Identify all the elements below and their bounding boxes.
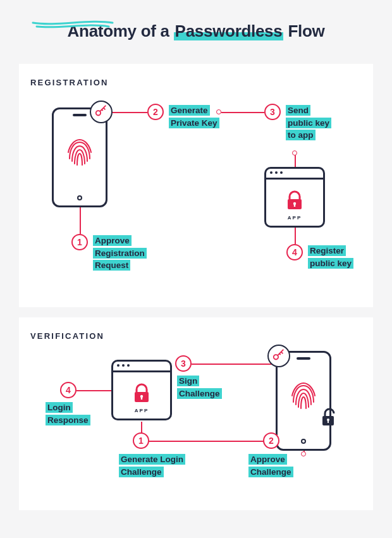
step-label-3: Sendpublic keyto app [286, 104, 331, 142]
verification-heading: VERIFICATION [30, 331, 362, 341]
registration-heading: REGISTRATION [30, 78, 362, 87]
svg-rect-10 [328, 420, 329, 423]
title-pre: Anatomy of a [68, 21, 174, 40]
app-window: APP [111, 360, 172, 420]
connector [80, 206, 81, 234]
unlock-icon [321, 408, 338, 427]
step-label-2: GeneratePrivate Key [169, 104, 219, 129]
app-label: APP [113, 408, 170, 413]
fingerprint-icon [288, 377, 319, 415]
connector-node [301, 451, 306, 456]
connector [192, 364, 277, 365]
step-label-3: SignChallenge [177, 375, 222, 400]
key-icon [272, 349, 286, 363]
step-badge-2: 2 [263, 432, 279, 449]
connector-node [292, 150, 297, 156]
lock-icon [133, 383, 150, 403]
step-badge-1: 1 [133, 432, 149, 449]
key-badge [90, 101, 113, 123]
title-post: Flow [283, 21, 324, 40]
step-badge-1: 1 [71, 234, 88, 250]
phone-home-button-icon [301, 439, 306, 444]
svg-point-0 [96, 111, 101, 115]
step-badge-3: 3 [264, 104, 281, 120]
step-label-2: ApproveChallenge [248, 453, 293, 478]
page-title: Anatomy of a Passwordless Flow [0, 0, 392, 59]
step-label-1: ApproveRegistrationRequest [93, 235, 147, 272]
step-badge-3: 3 [175, 355, 192, 372]
step-badge-4: 4 [286, 244, 303, 260]
svg-point-7 [274, 355, 278, 359]
step-label-4: LoginResponse [46, 401, 90, 426]
connector [77, 390, 113, 391]
step-label-4: Registerpublic key [308, 245, 353, 269]
svg-rect-3 [294, 204, 295, 207]
step-label-1: Generate LoginChallenge [119, 453, 185, 478]
connector [221, 112, 264, 113]
registration-diagram: 2 GeneratePrivate Key 3 Sendpublic keyto… [30, 99, 362, 295]
svg-rect-6 [141, 397, 142, 400]
phone-home-button-icon [77, 195, 82, 200]
title-highlight: Passwordless [174, 21, 284, 40]
lock-icon [286, 190, 303, 211]
step-badge-4: 4 [60, 382, 77, 398]
verification-panel: VERIFICATION APP 3 SignChallenge [19, 317, 373, 510]
verification-diagram: APP 3 SignChallenge [30, 352, 362, 498]
app-label: APP [266, 215, 323, 221]
connector [141, 441, 271, 442]
step-badge-2: 2 [147, 104, 164, 120]
registration-panel: REGISTRATION [19, 64, 373, 307]
fingerprint-icon [64, 133, 95, 171]
window-controls-icon [270, 171, 283, 174]
window-controls-icon [117, 364, 130, 367]
key-badge [267, 345, 290, 367]
connector [295, 226, 296, 244]
app-window: APP [264, 167, 325, 228]
key-icon [94, 105, 108, 119]
